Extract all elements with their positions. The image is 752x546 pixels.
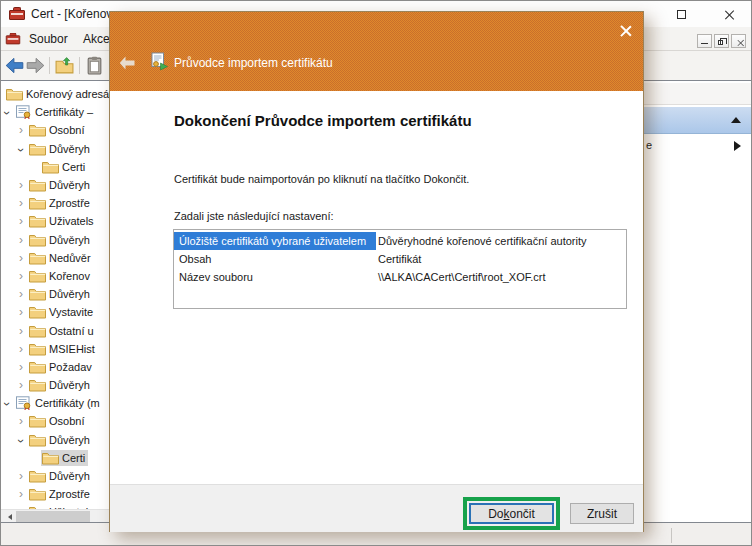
certificate-icon xyxy=(15,396,32,410)
folder-icon xyxy=(29,378,46,392)
folder-icon xyxy=(29,214,46,228)
folder-icon xyxy=(29,287,46,301)
submenu-arrow-icon xyxy=(734,141,741,151)
folder-icon xyxy=(42,160,59,174)
tree-item-label: Důvěryh xyxy=(49,288,90,300)
folder-icon xyxy=(29,142,46,156)
expander-icon[interactable] xyxy=(5,398,14,408)
folder-icon xyxy=(29,433,46,447)
expander-icon[interactable] xyxy=(19,471,28,481)
expander-icon[interactable] xyxy=(19,216,28,226)
folder-icon xyxy=(29,414,46,428)
tree-item-label: Důvěryh xyxy=(49,379,90,391)
tree-item-label: Důvěryh xyxy=(49,234,90,246)
expander-icon[interactable] xyxy=(19,144,28,154)
expander-icon[interactable] xyxy=(19,125,28,135)
tree-item-label: Certi xyxy=(62,452,85,464)
expander-icon[interactable] xyxy=(19,362,28,372)
folder-icon xyxy=(29,196,46,210)
expander-icon[interactable] xyxy=(5,107,14,117)
folder-icon xyxy=(29,360,46,374)
expander-icon[interactable] xyxy=(19,326,28,336)
tree-item-label: Zprostře xyxy=(49,488,90,500)
menu-soubor[interactable]: Soubor xyxy=(29,32,68,46)
setting-value: Certifikát xyxy=(376,250,421,268)
folder-icon xyxy=(42,451,59,465)
expander-icon[interactable] xyxy=(19,307,28,317)
expander-icon[interactable] xyxy=(19,416,28,426)
back-arrow-icon[interactable] xyxy=(5,56,24,75)
tree-item-label: Kořenový adresá xyxy=(26,88,109,100)
tree-item-label: Kořenov xyxy=(49,270,90,282)
tree-item-label: Certifikáty (m xyxy=(35,397,100,409)
settings-row[interactable]: Úložiště certifikátů vybrané uživatelem … xyxy=(174,232,626,250)
setting-name: Úložiště certifikátů vybrané uživatelem xyxy=(174,232,376,250)
forward-arrow-icon[interactable] xyxy=(26,56,45,75)
setting-name: Obsah xyxy=(174,250,376,268)
wizard-title: Průvodce importem certifikátu xyxy=(174,56,333,70)
settings-row[interactable]: Název souboru \\ALKA\CACert\Certif\root_… xyxy=(174,268,626,286)
dialog-close-icon[interactable] xyxy=(615,21,637,41)
tree-item-label: Certifikáty – xyxy=(35,106,93,118)
tree-item-label: Certi xyxy=(62,161,85,173)
certificate-wizard-icon xyxy=(150,52,169,71)
clipboard-icon[interactable] xyxy=(85,56,104,75)
tree-item-label: Osobní xyxy=(49,415,84,427)
child-close-button[interactable] xyxy=(731,34,746,48)
child-restore-button[interactable] xyxy=(714,34,729,48)
maximize-button[interactable] xyxy=(673,7,691,23)
folder-icon xyxy=(29,342,46,356)
folder-icon xyxy=(29,233,46,247)
child-minimize-button[interactable] xyxy=(697,34,712,48)
annotation-highlight: Dokončit xyxy=(463,497,560,530)
wizard-intro-text: Certifikát bude naimportován po kliknutí… xyxy=(174,173,469,185)
menu-akce[interactable]: Akce xyxy=(83,32,110,46)
folder-icon xyxy=(29,305,46,319)
collapse-icon[interactable] xyxy=(731,117,741,123)
tree-item-label: Požadav xyxy=(49,361,92,373)
more-actions-item[interactable]: e xyxy=(644,137,752,155)
status-bar-divider xyxy=(671,528,672,543)
up-folder-icon[interactable] xyxy=(55,56,74,75)
tree-item-label: Důvěryh xyxy=(49,470,90,482)
certificate-import-wizard-dialog: Průvodce importem certifikátu Dokončení … xyxy=(109,11,644,532)
back-arrow-icon[interactable] xyxy=(119,56,135,70)
tree-item-label: Osobní xyxy=(49,124,84,136)
folder-icon xyxy=(29,269,46,283)
tree-item-label: Důvěryh xyxy=(49,434,90,446)
settings-list[interactable]: Úložiště certifikátů vybrané uživatelem … xyxy=(173,229,627,309)
expander-icon[interactable] xyxy=(19,289,28,299)
setting-name: Název souboru xyxy=(174,268,376,286)
mmc-window: Cert - [Kořenov Soubor Akce xyxy=(0,0,752,546)
expander-icon[interactable] xyxy=(19,180,28,190)
tree-item-label: Nedůvěr xyxy=(49,252,91,264)
actions-pane: e xyxy=(644,81,752,522)
wizard-footer xyxy=(110,484,643,532)
cancel-button[interactable]: Zrušit xyxy=(570,503,634,524)
expander-icon[interactable] xyxy=(19,435,28,445)
tree-item-label: Důvěryh xyxy=(49,179,90,191)
close-button[interactable] xyxy=(721,7,739,23)
folder-icon xyxy=(29,324,46,338)
scrollbar-thumb[interactable] xyxy=(16,511,90,522)
actions-section-header[interactable] xyxy=(644,106,752,134)
console-icon xyxy=(6,32,20,46)
settings-caption: Zadali jste následující nastavení: xyxy=(174,210,334,222)
expander-icon[interactable] xyxy=(19,489,28,499)
expander-icon[interactable] xyxy=(19,380,28,390)
more-actions-label: e xyxy=(646,139,652,151)
expander-icon[interactable] xyxy=(19,271,28,281)
tree-item-label: Důvěryh xyxy=(49,143,90,155)
expander-icon[interactable] xyxy=(19,235,28,245)
folder-icon xyxy=(6,87,23,101)
settings-row[interactable]: Obsah Certifikát xyxy=(174,250,626,268)
expander-icon[interactable] xyxy=(19,198,28,208)
finish-button[interactable]: Dokončit xyxy=(469,503,554,524)
tree-item-label: Ostatní u xyxy=(49,325,94,337)
tree-item-label: MSIEHist xyxy=(49,343,95,355)
tree-item-label: Uživatels xyxy=(49,215,94,227)
setting-value: \\ALKA\CACert\Certif\root_XOF.crt xyxy=(376,268,546,286)
expander-icon[interactable] xyxy=(19,253,28,263)
expander-icon[interactable] xyxy=(19,344,28,354)
wizard-heading: Dokončení Průvodce importem certifikátu xyxy=(174,112,472,129)
